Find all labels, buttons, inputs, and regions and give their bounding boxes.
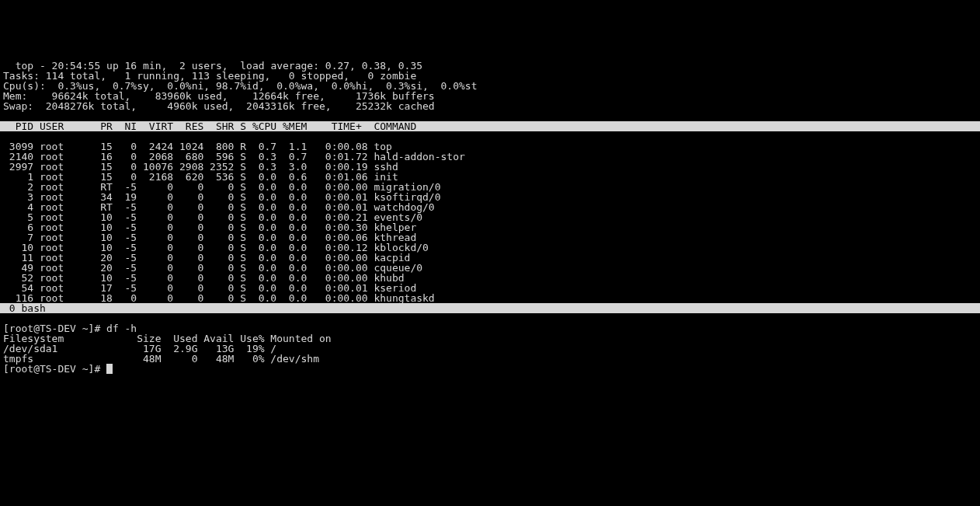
cursor-icon (106, 364, 113, 374)
top-pane-status-bar: 0 bash (0, 303, 980, 313)
top-pane-status-text: 0 bash (0, 302, 46, 314)
top-columns-header: PID USER PR NI VIRT RES SHR S %CPU %MEM … (0, 121, 980, 131)
top-columns-text: PID USER PR NI VIRT RES SHR S %CPU %MEM … (0, 120, 416, 132)
process-row: 116 root 18 0 0 0 0 S 0.0 0.0 0:00.00 kh… (0, 292, 435, 304)
top-summary-line-5: Swap: 2048276k total, 4960k used, 204331… (0, 100, 435, 112)
top-pane[interactable]: top - 20:54:55 up 16 min, 2 users, load … (0, 51, 980, 323)
top-columns-pad (416, 120, 980, 132)
shell-prompt-line[interactable]: [root@TS-DEV ~]# (0, 363, 113, 375)
bottom-pane[interactable]: [root@TS-DEV ~]# df -h Filesystem Size U… (0, 323, 980, 506)
shell-prompt: [root@TS-DEV ~]# (3, 363, 106, 375)
